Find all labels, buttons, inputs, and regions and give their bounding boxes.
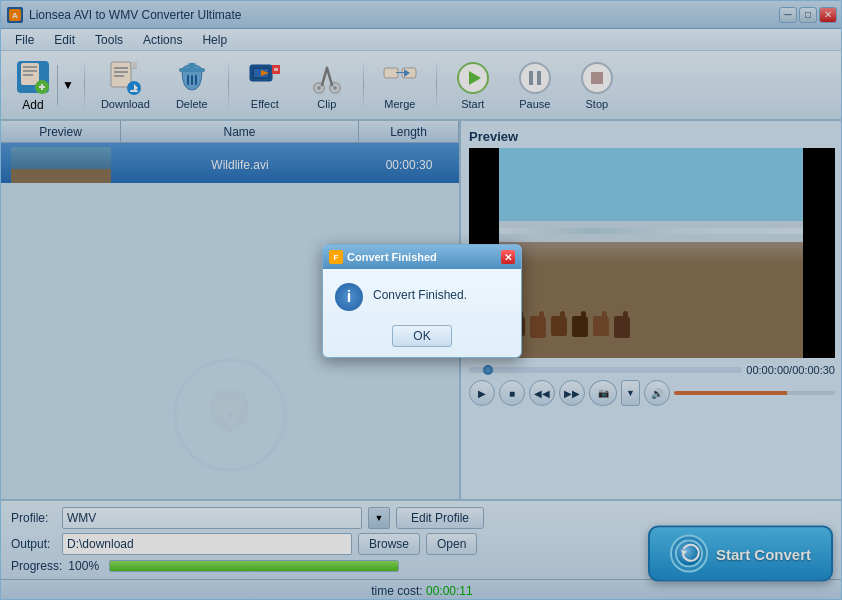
modal-titlebar: F Convert Finished ✕	[323, 245, 521, 269]
svg-text:F: F	[334, 253, 339, 262]
modal-close-button[interactable]: ✕	[501, 250, 515, 264]
modal-body: i Convert Finished.	[323, 269, 521, 321]
modal-message: Convert Finished.	[373, 283, 467, 304]
modal-icon: F	[329, 250, 343, 264]
modal-title: Convert Finished	[347, 251, 497, 263]
modal-info-icon: i	[335, 283, 363, 311]
modal-overlay: F Convert Finished ✕ i Convert Finished.…	[1, 1, 842, 600]
modal-footer: OK	[323, 321, 521, 357]
modal-ok-button[interactable]: OK	[392, 325, 452, 347]
modal-dialog: F Convert Finished ✕ i Convert Finished.…	[322, 244, 522, 358]
